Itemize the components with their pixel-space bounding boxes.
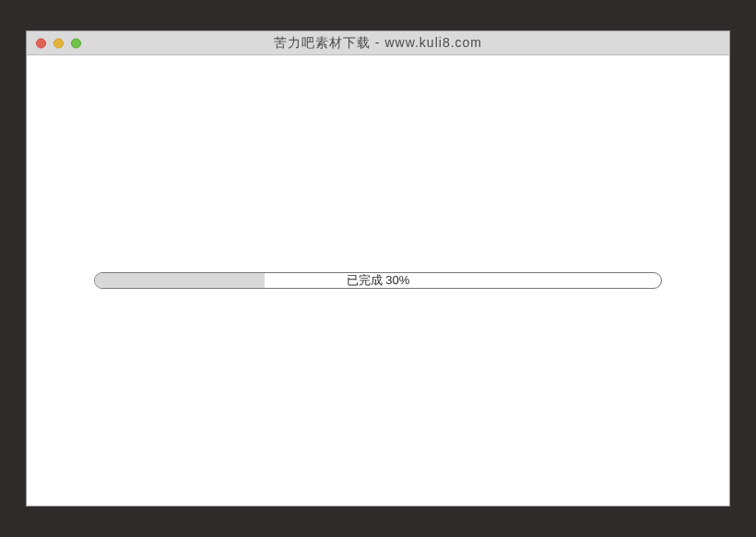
minimize-icon[interactable] <box>53 38 64 48</box>
progress-bar: 已完成 30% <box>94 272 662 289</box>
app-window: 苦力吧素材下载 - www.kuli8.com 已完成 30% <box>26 30 730 507</box>
progress-label: 已完成 30% <box>95 273 661 288</box>
window-title: 苦力吧素材下载 - www.kuli8.com <box>27 35 729 52</box>
window-content: 已完成 30% <box>27 55 729 506</box>
window-controls <box>36 38 81 48</box>
titlebar: 苦力吧素材下载 - www.kuli8.com <box>27 31 729 55</box>
close-icon[interactable] <box>36 38 46 48</box>
progress-container: 已完成 30% <box>94 272 662 289</box>
maximize-icon[interactable] <box>71 38 81 48</box>
